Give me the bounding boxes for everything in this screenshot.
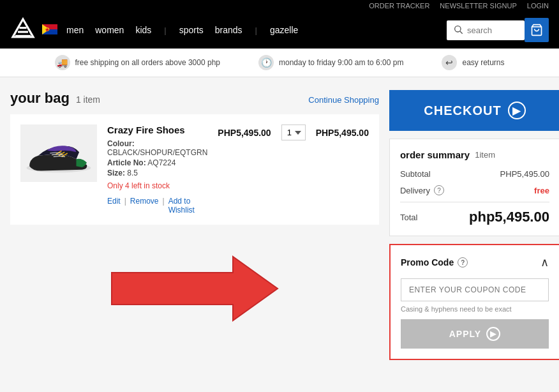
total-amount: php5,495.00: [469, 209, 549, 225]
promo-code-input[interactable]: [401, 278, 549, 301]
apply-arrow-icon: ▶: [486, 327, 500, 341]
unit-price: PHP5,495.00: [218, 128, 271, 138]
bag-section: your bag 1 item Continue Shopping: [10, 90, 379, 352]
item-price-section: PHP5,495.00 1 2 3 4 PHP5,495.00: [218, 124, 369, 140]
login-link[interactable]: LOGIN: [527, 2, 549, 10]
promo-help-icon[interactable]: ?: [458, 257, 468, 268]
item-details: Crazy Fire Shoes Colour: CBLACK/SHOPUR/E…: [107, 124, 207, 215]
bag-item-count: 1 item: [76, 94, 100, 105]
order-summary-title: order summary 1item: [400, 149, 549, 160]
item-article: Article No: AQ7224: [107, 158, 207, 167]
quantity-select[interactable]: 1 2 3 4: [281, 124, 306, 140]
subtotal-row: Subtotal PHP5,495.00: [400, 169, 549, 179]
returns-text: easy returns: [462, 58, 504, 67]
nav-divider2: |: [255, 26, 257, 35]
shipping-info: 🚚 free shipping on all orders above 3000…: [55, 55, 221, 70]
apply-button[interactable]: APPLY ▶: [401, 319, 549, 349]
stock-warning: Only 4 left in stock: [107, 181, 207, 190]
promo-section: Promo Code ? ∧ Casing & hyphens need to …: [389, 244, 559, 360]
article-value: AQ7224: [147, 158, 175, 167]
item-size: Size: 8.5: [107, 169, 207, 177]
nav-men[interactable]: men: [66, 25, 84, 35]
product-image: [20, 124, 97, 182]
total-row: Total php5,495.00: [400, 202, 549, 225]
search-box: [447, 20, 525, 40]
delivery-help-icon[interactable]: ?: [434, 185, 444, 195]
item-actions: Edit | Remove | Add to Wishlist: [107, 197, 207, 215]
returns-info: ↩ easy returns: [442, 55, 504, 70]
delivery-value: free: [534, 186, 549, 195]
nav-brands[interactable]: brands: [215, 25, 242, 35]
shipping-icon: 🚚: [55, 55, 70, 70]
order-summary: order summary 1item Subtotal PHP5,495.00…: [389, 139, 559, 236]
nav-sports[interactable]: sports: [179, 25, 204, 35]
delivery-label: Delivery ?: [400, 185, 444, 195]
promo-title: Promo Code ?: [401, 257, 468, 268]
size-value: 8.5: [127, 169, 138, 177]
shipping-text: free shipping on all orders above 3000 p…: [75, 58, 221, 67]
continue-shopping-link[interactable]: Continue Shopping: [308, 95, 379, 105]
returns-icon: ↩: [442, 55, 457, 70]
nav-women[interactable]: women: [95, 25, 124, 35]
newsletter-link[interactable]: NEWSLETTER SIGNUP: [440, 2, 516, 10]
item-name: Crazy Fire Shoes: [107, 124, 207, 135]
order-tracker-link[interactable]: ORDER TRACKER: [369, 2, 429, 10]
apply-label: APPLY: [449, 329, 481, 339]
total-price: PHP5,495.00: [316, 128, 369, 138]
svg-line-10: [460, 31, 463, 34]
cart-button[interactable]: [525, 18, 549, 42]
promo-toggle[interactable]: ∧: [540, 255, 549, 269]
country-flag: [42, 24, 66, 36]
bag-title: your bag: [10, 90, 70, 107]
promo-hint: Casing & hyphens need to be exact: [401, 305, 549, 313]
edit-link[interactable]: Edit: [107, 197, 121, 215]
bag-item: Crazy Fire Shoes Colour: CBLACK/SHOPUR/E…: [10, 114, 379, 225]
subtotal-label: Subtotal: [400, 169, 431, 179]
adidas-logo[interactable]: [10, 17, 42, 44]
remove-link[interactable]: Remove: [130, 197, 159, 215]
total-label: Total: [400, 213, 417, 222]
order-summary-count: 1item: [475, 150, 495, 160]
main-nav: men women kids | sports brands | gazelle: [66, 25, 447, 35]
nav-divider1: |: [164, 26, 166, 35]
checkout-label: CHECKOUT: [424, 103, 501, 118]
colour-value: CBLACK/SHOPUR/EQTGRN: [107, 148, 207, 157]
search-input[interactable]: [467, 26, 518, 35]
info-bar: 🚚 free shipping on all orders above 3000…: [0, 49, 559, 77]
hours-text: monday to friday 9:00 am to 6:00 pm: [279, 58, 403, 67]
arrow-annotation: [10, 225, 379, 352]
checkout-arrow-icon: ▶: [508, 102, 526, 119]
clock-icon: 🕐: [258, 55, 274, 70]
page-content: your bag 1 item Continue Shopping: [0, 77, 559, 373]
checkout-button[interactable]: CHECKOUT ▶: [389, 90, 559, 131]
svg-point-9: [455, 26, 461, 31]
svg-marker-13: [112, 257, 278, 320]
search-icon: [453, 24, 463, 36]
item-colour: Colour: CBLACK/SHOPUR/EQTGRN: [107, 139, 207, 157]
wishlist-link[interactable]: Add to Wishlist: [168, 197, 208, 215]
promo-header: Promo Code ? ∧: [401, 255, 549, 269]
right-panel: CHECKOUT ▶ order summary 1item Subtotal …: [389, 90, 559, 360]
bag-header: your bag 1 item Continue Shopping: [10, 90, 379, 107]
hours-info: 🕐 monday to friday 9:00 am to 6:00 pm: [258, 55, 403, 70]
delivery-row: Delivery ? free: [400, 185, 549, 195]
nav-kids[interactable]: kids: [135, 25, 151, 35]
subtotal-value: PHP5,495.00: [500, 169, 549, 179]
nav-gazelle[interactable]: gazelle: [270, 25, 298, 35]
